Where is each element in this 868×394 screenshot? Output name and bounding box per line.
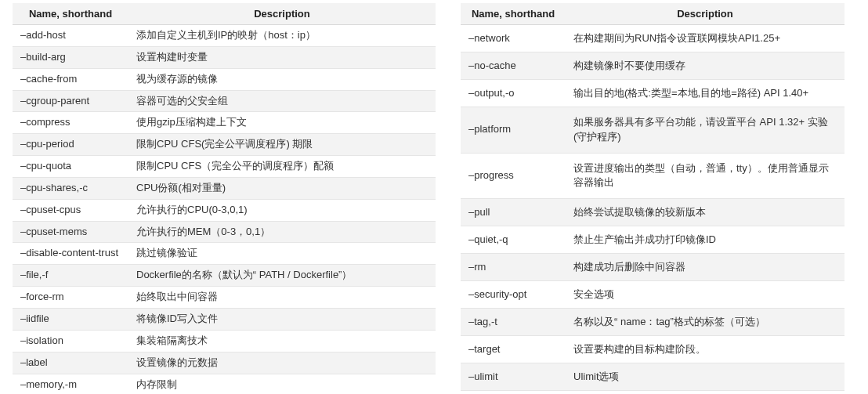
option-name: –no-cache bbox=[461, 52, 566, 79]
option-desc: CPU份额(相对重量) bbox=[128, 177, 436, 199]
header-name: Name, shorthand bbox=[461, 3, 566, 25]
option-name: –cgroup-parent bbox=[13, 90, 128, 112]
option-desc: 安全选项 bbox=[566, 281, 844, 309]
option-desc: 始终尝试提取镜像的较新版本 bbox=[566, 199, 844, 226]
option-desc: 构建成功后删除中间容器 bbox=[566, 254, 844, 281]
table-row: –cache-from视为缓存源的镜像 bbox=[13, 68, 436, 90]
option-name: –cpuset-mems bbox=[13, 221, 128, 243]
header-name: Name, shorthand bbox=[13, 3, 128, 25]
table-row: –progress设置进度输出的类型（自动，普通，tty）。使用普通显示容器输出 bbox=[461, 153, 844, 199]
option-desc: 限制CPU CFS（完全公平的调度程序）配额 bbox=[128, 156, 436, 178]
option-name: –cpu-shares,-c bbox=[13, 177, 128, 199]
option-desc: 禁止生产输出并成功打印镜像ID bbox=[566, 226, 844, 254]
table-body-right: –network在构建期间为RUN指令设置联网模块API1.25+–no-cac… bbox=[461, 25, 844, 391]
table-row: –cgroup-parent容器可选的父安全组 bbox=[13, 90, 436, 112]
option-name: –file,-f bbox=[13, 265, 128, 287]
option-desc: Dockerfile的名称（默认为“ PATH / Dockerfile”） bbox=[128, 265, 436, 287]
table-row: –add-host添加自定义主机到IP的映射（host：ip） bbox=[13, 25, 436, 47]
option-name: –pull bbox=[461, 199, 566, 226]
option-name: –quiet,-q bbox=[461, 226, 566, 254]
option-desc: 设置镜像的元数据 bbox=[128, 352, 436, 374]
table-row: –no-cache构建镜像时不要使用缓存 bbox=[461, 52, 844, 79]
option-desc: 跳过镜像验证 bbox=[128, 243, 436, 265]
option-desc: 允许执行的MEM（0-3，0,1） bbox=[128, 221, 436, 243]
table-row: –pull始终尝试提取镜像的较新版本 bbox=[461, 199, 844, 226]
option-name: –cpuset-cpus bbox=[13, 199, 128, 221]
option-name: –network bbox=[461, 25, 566, 52]
option-name: –output,-o bbox=[461, 79, 566, 107]
table-row: –cpuset-mems允许执行的MEM（0-3，0,1） bbox=[13, 221, 436, 243]
table-row: –cpu-shares,-cCPU份额(相对重量) bbox=[13, 177, 436, 199]
option-desc: 允许执行的CPU(0-3,0,1) bbox=[128, 199, 436, 221]
option-desc: 构建镜像时不要使用缓存 bbox=[566, 52, 844, 79]
option-name: –build-arg bbox=[13, 46, 128, 68]
option-desc: 容器可选的父安全组 bbox=[128, 90, 436, 112]
table-row: –target设置要构建的目标构建阶段。 bbox=[461, 336, 844, 363]
option-name: –progress bbox=[461, 153, 566, 199]
option-name: –rm bbox=[461, 254, 566, 281]
option-name: –label bbox=[13, 352, 128, 374]
option-name: –target bbox=[461, 336, 566, 363]
option-desc: 始终取出中间容器 bbox=[128, 287, 436, 309]
table-row: –file,-fDockerfile的名称（默认为“ PATH / Docker… bbox=[13, 265, 436, 287]
table-row: –cpu-period限制CPU CFS(完全公平调度程序) 期限 bbox=[13, 134, 436, 156]
table-row: –memory,-m内存限制 bbox=[13, 374, 436, 394]
option-desc: 使用gzip压缩构建上下文 bbox=[128, 112, 436, 134]
option-name: –disable-content-trust bbox=[13, 243, 128, 265]
table-row: –rm构建成功后删除中间容器 bbox=[461, 254, 844, 281]
option-desc: 内存限制 bbox=[128, 374, 436, 394]
option-desc: 如果服务器具有多平台功能，请设置平台 API 1.32+ 实验(守护程序) bbox=[566, 107, 844, 153]
table-row: –quiet,-q禁止生产输出并成功打印镜像ID bbox=[461, 226, 844, 254]
option-desc: Ulimit选项 bbox=[566, 363, 844, 390]
table-row: –output,-o输出目的地(格式:类型=本地,目的地=路径) API 1.4… bbox=[461, 79, 844, 107]
option-name: –cpu-period bbox=[13, 134, 128, 156]
option-desc: 设置要构建的目标构建阶段。 bbox=[566, 336, 844, 363]
table-row: –cpu-quota限制CPU CFS（完全公平的调度程序）配额 bbox=[13, 156, 436, 178]
table-row: –cpuset-cpus允许执行的CPU(0-3,0,1) bbox=[13, 199, 436, 221]
header-desc: Description bbox=[566, 3, 844, 25]
option-name: –ulimit bbox=[461, 363, 566, 390]
option-desc: 添加自定义主机到IP的映射（host：ip） bbox=[128, 25, 436, 47]
option-name: –platform bbox=[461, 107, 566, 153]
table-row: –compress使用gzip压缩构建上下文 bbox=[13, 112, 436, 134]
table-row: –isolation集装箱隔离技术 bbox=[13, 330, 436, 352]
option-name: –compress bbox=[13, 112, 128, 134]
option-name: –security-opt bbox=[461, 281, 566, 309]
option-name: –cache-from bbox=[13, 68, 128, 90]
option-desc: 名称以及“ name：tag”格式的标签（可选） bbox=[566, 309, 844, 336]
table-row: –network在构建期间为RUN指令设置联网模块API1.25+ bbox=[461, 25, 844, 52]
option-name: –add-host bbox=[13, 25, 128, 47]
option-name: –tag,-t bbox=[461, 309, 566, 336]
option-desc: 视为缓存源的镜像 bbox=[128, 68, 436, 90]
option-name: –iidfile bbox=[13, 308, 128, 330]
options-table-right: Name, shorthand Description –network在构建期… bbox=[461, 3, 844, 391]
option-name: –force-rm bbox=[13, 287, 128, 309]
table-row: –force-rm始终取出中间容器 bbox=[13, 287, 436, 309]
table-row: –platform如果服务器具有多平台功能，请设置平台 API 1.32+ 实验… bbox=[461, 107, 844, 153]
option-desc: 设置构建时变量 bbox=[128, 46, 436, 68]
option-desc: 在构建期间为RUN指令设置联网模块API1.25+ bbox=[566, 25, 844, 52]
option-desc: 限制CPU CFS(完全公平调度程序) 期限 bbox=[128, 134, 436, 156]
option-desc: 将镜像ID写入文件 bbox=[128, 308, 436, 330]
option-desc: 输出目的地(格式:类型=本地,目的地=路径) API 1.40+ bbox=[566, 79, 844, 107]
table-row: –ulimitUlimit选项 bbox=[461, 363, 844, 390]
option-name: –isolation bbox=[13, 330, 128, 352]
header-desc: Description bbox=[128, 3, 436, 25]
option-desc: 集装箱隔离技术 bbox=[128, 330, 436, 352]
table-row: –label设置镜像的元数据 bbox=[13, 352, 436, 374]
table-row: –disable-content-trust跳过镜像验证 bbox=[13, 243, 436, 265]
table-row: –security-opt安全选项 bbox=[461, 281, 844, 309]
option-name: –memory,-m bbox=[13, 374, 128, 394]
table-row: –tag,-t名称以及“ name：tag”格式的标签（可选） bbox=[461, 309, 844, 336]
table-row: –iidfile将镜像ID写入文件 bbox=[13, 308, 436, 330]
table-body-left: –add-host添加自定义主机到IP的映射（host：ip）–build-ar… bbox=[13, 25, 436, 395]
options-table-left: Name, shorthand Description –add-host添加自… bbox=[13, 3, 436, 394]
table-row: –build-arg设置构建时变量 bbox=[13, 46, 436, 68]
option-name: –cpu-quota bbox=[13, 156, 128, 178]
option-desc: 设置进度输出的类型（自动，普通，tty）。使用普通显示容器输出 bbox=[566, 153, 844, 199]
